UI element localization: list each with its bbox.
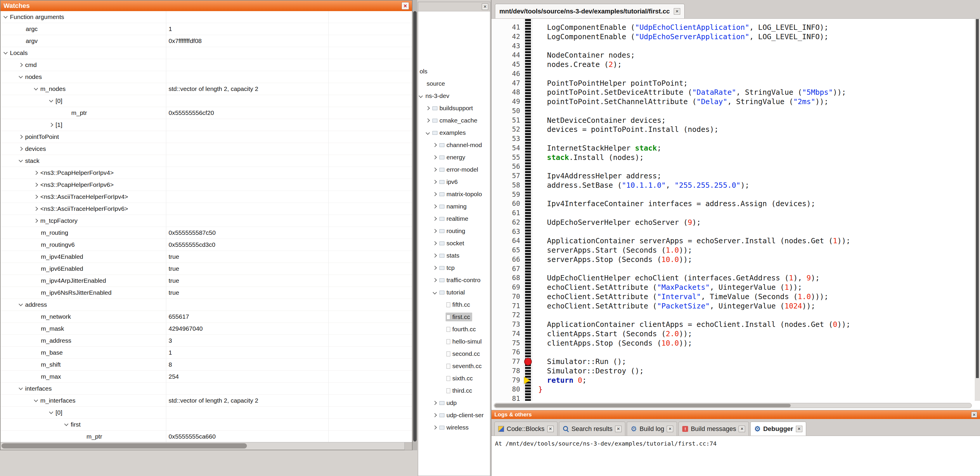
editor-horizontal-scrollbar[interactable] bbox=[494, 403, 972, 408]
line-number[interactable]: 48 bbox=[492, 88, 520, 97]
expand-icon[interactable] bbox=[34, 219, 38, 223]
watch-row[interactable]: nodes bbox=[1, 71, 412, 83]
tree-item-matrix-topolo[interactable]: matrix-topolo bbox=[418, 188, 490, 200]
expand-icon[interactable] bbox=[49, 123, 53, 127]
code-line[interactable]: ApplicationContainer serverApps = echoSe… bbox=[538, 236, 975, 246]
watch-value-cell[interactable]: 0x5555555cd3c0 bbox=[166, 239, 328, 251]
logs-tab-code-blocks[interactable]: Code::Blocks× bbox=[495, 422, 557, 436]
code-line[interactable] bbox=[538, 348, 975, 357]
code-line[interactable]: clientApps.Start (Seconds (2.0)); bbox=[538, 329, 975, 339]
collapse-icon[interactable] bbox=[3, 14, 8, 18]
code-line[interactable] bbox=[538, 42, 975, 51]
watch-value-cell[interactable]: std::vector of length 2, capacity 2 bbox=[166, 395, 328, 406]
tree-item-third-cc[interactable]: third.cc bbox=[418, 385, 490, 397]
code-line[interactable]: LogComponentEnable ("UdpEchoServerApplic… bbox=[538, 32, 975, 42]
line-number[interactable]: 72 bbox=[492, 310, 520, 320]
code-line[interactable]: } bbox=[538, 385, 975, 394]
tree-item-fourth-cc[interactable]: fourth.cc bbox=[418, 323, 490, 335]
line-number[interactable]: 54 bbox=[492, 144, 520, 153]
watch-row[interactable]: <ns3::PcapHelperForIpv4> bbox=[1, 167, 412, 179]
line-number[interactable]: 73 bbox=[492, 320, 520, 329]
expand-icon[interactable] bbox=[433, 413, 437, 417]
expand-icon[interactable] bbox=[433, 180, 437, 184]
watch-value-cell[interactable] bbox=[166, 119, 328, 131]
tree-item-traffic-contro[interactable]: traffic-contro bbox=[418, 274, 490, 286]
line-number[interactable]: 78 bbox=[492, 366, 520, 376]
editor-tab-first-cc[interactable]: mnt/dev/tools/source/ns-3-dev/examples/t… bbox=[495, 4, 685, 18]
code-line[interactable]: NodeContainer nodes; bbox=[538, 51, 975, 60]
line-number[interactable]: 70 bbox=[492, 292, 520, 302]
watch-value-cell[interactable] bbox=[166, 71, 328, 83]
code-editor[interactable]: 4142434445464748495051525354555657585960… bbox=[492, 19, 975, 401]
watch-value-cell[interactable]: 4294967040 bbox=[166, 323, 328, 334]
line-number[interactable]: 46 bbox=[492, 69, 520, 79]
watches-horizontal-scrollbar[interactable] bbox=[1, 442, 412, 450]
tree-item-channel-mod[interactable]: channel-mod bbox=[418, 139, 490, 151]
watch-row[interactable]: stack bbox=[1, 155, 412, 167]
code-line[interactable]: Simulator::Run (); bbox=[538, 357, 975, 366]
watch-value-cell[interactable]: 0x55555556cf20 bbox=[166, 107, 328, 119]
watch-row[interactable]: m_routingv60x5555555cd3c0 bbox=[1, 239, 412, 251]
breakpoint-margin[interactable] bbox=[523, 19, 533, 401]
tree-item-ns-3-dev[interactable]: ns-3-dev bbox=[418, 90, 490, 102]
line-number[interactable]: 44 bbox=[492, 51, 520, 60]
watch-row[interactable]: <ns3::AsciiTraceHelperForIpv4> bbox=[1, 191, 412, 203]
code-line[interactable] bbox=[538, 208, 975, 218]
watch-value-cell[interactable] bbox=[166, 383, 328, 395]
line-number[interactable]: 81 bbox=[492, 394, 520, 401]
line-number[interactable]: 71 bbox=[492, 302, 520, 311]
watch-row[interactable]: Function arguments bbox=[1, 11, 412, 23]
scrollbar-thumb[interactable] bbox=[495, 404, 791, 407]
line-number[interactable]: 53 bbox=[492, 134, 520, 144]
tree-item-tutorial[interactable]: tutorial bbox=[418, 286, 490, 299]
code-line[interactable]: stack.Install (nodes); bbox=[538, 153, 975, 162]
expand-icon[interactable] bbox=[433, 229, 437, 233]
expand-icon[interactable] bbox=[433, 217, 437, 221]
line-number[interactable]: 69 bbox=[492, 283, 520, 292]
logs-tab-build-messages[interactable]: !Build messages× bbox=[678, 422, 749, 436]
watch-row[interactable]: [0] bbox=[1, 407, 412, 419]
watch-value-cell[interactable]: true bbox=[166, 287, 328, 299]
expand-icon[interactable] bbox=[34, 195, 38, 199]
collapse-icon[interactable] bbox=[19, 158, 23, 162]
expand-icon[interactable] bbox=[433, 192, 437, 196]
collapse-icon[interactable] bbox=[19, 302, 23, 306]
tree-item-udp-client-ser[interactable]: udp-client-ser bbox=[418, 409, 490, 421]
line-number[interactable]: 75 bbox=[492, 339, 520, 348]
code-line[interactable] bbox=[538, 106, 975, 116]
watch-value-cell[interactable]: 254 bbox=[166, 371, 328, 382]
watch-value-cell[interactable] bbox=[166, 191, 328, 203]
code-line[interactable]: nodes.Create (2); bbox=[538, 60, 975, 69]
close-icon[interactable]: × bbox=[482, 3, 488, 10]
watch-value-cell[interactable]: 0x7fffffffdf08 bbox=[166, 35, 328, 47]
tree-item-ols[interactable]: ols bbox=[418, 65, 490, 77]
expand-icon[interactable] bbox=[34, 183, 38, 187]
code-line[interactable] bbox=[538, 227, 975, 236]
collapse-icon[interactable] bbox=[433, 290, 437, 294]
watch-value-cell[interactable]: 0x5555555ca660 bbox=[166, 431, 328, 442]
collapse-icon[interactable] bbox=[64, 422, 68, 426]
editor-vertical-scrollbar[interactable] bbox=[975, 19, 980, 401]
watch-value-cell[interactable]: 1 bbox=[166, 23, 328, 35]
code-line[interactable]: serverApps.Start (Seconds (1.0)); bbox=[538, 246, 975, 255]
tree-item-error-model[interactable]: error-model bbox=[418, 163, 490, 176]
watch-row[interactable]: [0] bbox=[1, 95, 412, 107]
code-line[interactable] bbox=[538, 394, 975, 401]
collapse-icon[interactable] bbox=[34, 398, 38, 402]
watch-row[interactable]: m_shift8 bbox=[1, 359, 412, 371]
tree-item-examples[interactable]: examples bbox=[418, 126, 490, 139]
line-number[interactable]: 60 bbox=[492, 199, 520, 208]
tree-item-naming[interactable]: naming bbox=[418, 200, 490, 212]
watch-value-cell[interactable] bbox=[166, 131, 328, 143]
watch-value-cell[interactable] bbox=[166, 299, 328, 310]
code-line[interactable]: ApplicationContainer clientApps = echoCl… bbox=[538, 320, 975, 329]
expand-icon[interactable] bbox=[433, 254, 437, 257]
expand-icon[interactable] bbox=[433, 241, 437, 245]
expand-icon[interactable] bbox=[426, 106, 430, 110]
watch-row[interactable]: address bbox=[1, 299, 412, 311]
collapse-icon[interactable] bbox=[49, 98, 53, 102]
watches-vertical-scrollbar[interactable] bbox=[412, 0, 417, 450]
collapse-icon[interactable] bbox=[426, 131, 430, 135]
line-number[interactable]: 43 bbox=[492, 42, 520, 51]
tree-item-energy[interactable]: energy bbox=[418, 151, 490, 163]
